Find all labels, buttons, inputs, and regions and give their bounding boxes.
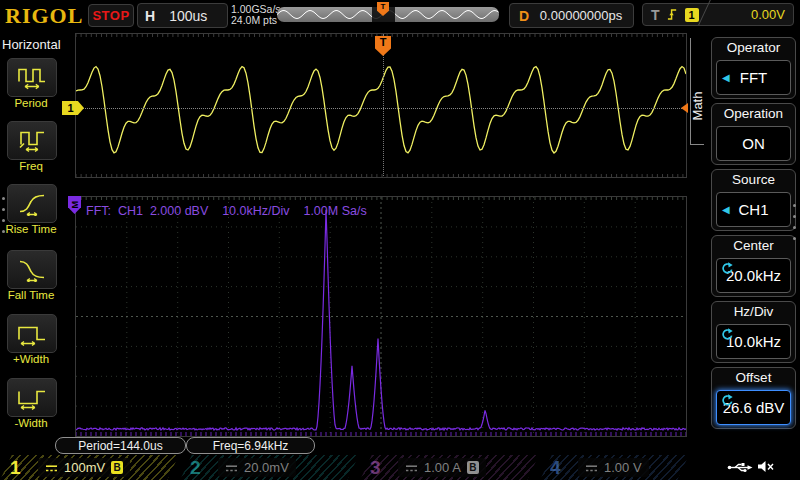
menu-item-title: Operator [712,38,795,58]
math-tab-outline-foot [690,144,704,145]
minus-width-icon [17,385,47,410]
speaker-muted-icon [757,460,774,473]
horizontal-timebase-box[interactable]: H 100us [137,3,228,28]
measure-label: Period [0,97,62,109]
horizontal-label: H [145,8,155,24]
right-scroll-dot [793,215,796,218]
measure-button-fall-time[interactable] [7,250,57,289]
trigger-source-badge: 1 [685,8,699,22]
left-triangle-icon: ◀ [722,72,730,83]
measure-label: Rise Time [0,223,62,235]
menu-item-offset[interactable]: Offset26.6 dBV [711,367,796,429]
trigger-level-value: 0.00V [751,7,785,22]
left-scroll-dot [2,197,5,200]
menu-item-value: 26.6 dBV [716,390,791,425]
delay-label: D [519,8,529,24]
channel-scale-value: 1.00 A [424,460,461,475]
trigger-level-arrow[interactable] [681,103,688,113]
measure-label: +Width [0,353,62,365]
period-icon [17,65,47,90]
measure-label: Fall Time [0,289,62,301]
menu-item-value: ON [716,126,791,161]
rigol-logo: RIGOL [5,3,83,29]
channel-scale-box: 100mVB [38,458,130,477]
measure-label: -Width [0,417,62,429]
fft-trace [76,197,686,436]
menu-item-center[interactable]: Center20.0kHz [711,235,796,297]
analog-waveform-window [75,33,687,178]
menu-item-operation[interactable]: OperationON [711,103,796,165]
fall-time-icon [17,257,47,282]
bandwidth-limit-badge: B [467,461,479,474]
delay-box[interactable]: D 0.00000000ps [509,3,634,28]
channel-number: 3 [370,455,381,480]
rotate-knob-icon [721,261,734,278]
trigger-level-line [76,108,686,109]
channel-scale-value: 20.0mV [244,460,289,475]
menu-item-hz-div[interactable]: Hz/Div10.0kHz [711,301,796,363]
right-scroll-dot [793,237,796,240]
menu-item-source[interactable]: SourceCH1◀ [711,169,796,231]
channel-scale-box: 1.00 AB [398,458,486,477]
measure-button-rise-time[interactable] [7,184,57,223]
measurement-freq: Freq=6.94kHz [186,437,315,454]
channel-number: 1 [10,455,21,480]
math-menu-tab: Math [690,86,704,126]
fft-window [75,196,687,437]
menu-item-value: FFT◀ [716,60,791,95]
menu-item-value: CH1◀ [716,192,791,227]
menu-item-title: Operation [712,104,795,124]
measure-label: Freq [0,160,62,172]
trigger-label: T [651,7,660,23]
coupling-icon [405,459,418,477]
menu-item-operator[interactable]: OperatorFFT◀ [711,37,796,99]
ch1-waveform-trace [76,34,686,177]
freq-icon [17,128,47,153]
channel-3-status[interactable]: 31.00 AB [360,455,539,480]
coupling-icon [225,459,238,477]
trigger-box[interactable]: T 1 0.00V [642,3,794,26]
channel-scale-box: 1.00 V [578,458,649,477]
rotate-knob-icon [721,393,734,410]
channel-number: 2 [190,455,201,480]
oscilloscope-screen: RIGOL STOP H 100us 1.00GSa/s 24.0M pts T… [0,0,800,480]
channel-scale-value: 100mV [64,460,105,475]
menu-item-value: 10.0kHz [716,324,791,359]
measure-button--width[interactable] [7,378,57,417]
left-scroll-dot [2,208,5,211]
channel-status-bar: 1100mVB220.0mV31.00 AB41.00 V [0,455,800,480]
left-triangle-icon: ◀ [722,204,730,215]
rotate-knob-icon [721,327,734,344]
trigger-slope-icon [667,8,678,21]
rise-time-icon [17,191,47,216]
menu-item-title: Hz/Div [712,302,795,322]
timebase-value: 100us [169,8,207,24]
run-stop-status[interactable]: STOP [88,4,134,27]
channel-1-status[interactable]: 1100mVB [0,455,179,480]
menu-item-value: 20.0kHz [716,258,791,293]
measure-button-freq[interactable] [7,121,57,160]
channel-scale-value: 1.00 V [604,460,642,475]
right-scroll-dot [793,204,796,207]
acquisition-info: 1.00GSa/s 24.0M pts [231,4,281,26]
usb-icon [727,461,753,474]
right-scroll-dot [793,226,796,229]
channel-number: 4 [550,455,561,480]
menu-item-title: Center [712,236,795,256]
left-scroll-dot [2,219,5,222]
menu-item-title: Offset [712,368,795,388]
measure-button--width[interactable] [7,314,57,353]
coupling-icon [45,459,58,477]
measurement-period: Period=144.0us [55,437,186,454]
plus-width-icon [17,321,47,346]
left-menu-title: Horizontal [2,37,61,52]
channel-2-status[interactable]: 220.0mV [180,455,359,480]
channel-scale-box: 20.0mV [218,458,296,477]
memory-depth: 24.0M pts [231,15,281,26]
delay-value: 0.00000000ps [540,8,622,23]
channel-4-status[interactable]: 41.00 V [540,455,689,480]
measure-button-period[interactable] [7,58,57,97]
left-scroll-dot [2,230,5,233]
bandwidth-limit-badge: B [111,461,123,474]
menu-item-title: Source [712,170,795,190]
